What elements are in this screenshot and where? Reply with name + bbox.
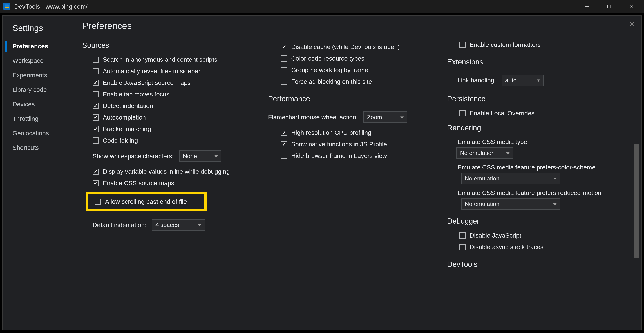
label-var-inline: Display variable values inline while deb… <box>103 168 230 175</box>
label-media-type: Emulate CSS media type <box>458 136 634 147</box>
label-reduced-motion: Emulate CSS media feature prefers-reduce… <box>458 188 634 198</box>
sidebar-item-workspace[interactable]: Workspace <box>2 54 76 68</box>
page-title: Preferences <box>82 20 642 31</box>
label-detect-indent: Detect indentation <box>103 102 153 110</box>
label-high-res-cpu: High resolution CPU profiling <box>291 129 372 136</box>
checkbox-auto-reveal[interactable] <box>92 68 99 74</box>
caret-down-icon <box>400 114 404 120</box>
checkbox-hide-browser-frame[interactable] <box>281 153 287 159</box>
section-rendering-title: Rendering <box>447 124 634 132</box>
sidebar-item-label: Throttling <box>12 115 38 122</box>
sidebar-item-label: Geolocations <box>12 130 49 136</box>
select-link-handling[interactable]: auto <box>502 74 544 86</box>
section-sources-title: Sources <box>82 41 264 50</box>
checkbox-var-inline[interactable] <box>92 168 99 175</box>
select-reduced-motion[interactable]: No emulation <box>461 198 560 210</box>
titlebar-title: DevTools - www.bing.com/ <box>14 3 88 10</box>
select-whitespace[interactable]: None <box>179 150 222 162</box>
sidebar-item-experiments[interactable]: Experiments <box>2 68 76 82</box>
select-media-type-value: No emulation <box>460 150 495 156</box>
sidebar-item-preferences[interactable]: Preferences <box>2 39 76 54</box>
label-local-overrides: Enable Local Overrides <box>470 110 534 117</box>
window-close-button[interactable] <box>620 0 642 13</box>
svg-rect-1 <box>5 7 9 8</box>
label-link-handling: Link handling: <box>458 77 496 84</box>
checkbox-color-code-resources[interactable] <box>281 56 287 62</box>
checkbox-force-adblock[interactable] <box>281 78 287 85</box>
scrollbar-thumb[interactable] <box>634 144 639 258</box>
checkbox-search-anon[interactable] <box>92 56 99 63</box>
settings-sidebar: Settings Preferences Workspace Experimen… <box>2 16 76 330</box>
section-devtools-title: DevTools <box>447 260 634 268</box>
sidebar-item-geolocations[interactable]: Geolocations <box>2 126 76 140</box>
highlighted-option-scroll-past-eof: Allow scrolling past end of file <box>86 192 207 212</box>
checkbox-local-overrides[interactable] <box>459 110 466 116</box>
label-group-by-frame: Group network log by frame <box>291 66 368 74</box>
section-debugger-title: Debugger <box>447 217 634 225</box>
checkbox-disable-async[interactable] <box>459 244 466 250</box>
caret-down-icon <box>537 77 540 84</box>
checkbox-scroll-past-eof[interactable] <box>95 199 101 205</box>
label-disable-js: Disable JavaScript <box>470 232 521 239</box>
window-maximize-button[interactable] <box>598 0 620 13</box>
checkbox-group-by-frame[interactable] <box>281 67 287 73</box>
caret-down-icon <box>553 175 556 182</box>
checkbox-css-sourcemaps[interactable] <box>92 180 99 186</box>
label-js-sourcemaps: Enable JavaScript source maps <box>103 79 190 86</box>
select-reduced-motion-value: No emulation <box>465 201 500 208</box>
label-scroll-past-eof: Allow scrolling past end of file <box>105 198 187 205</box>
select-whitespace-value: None <box>183 153 197 160</box>
sidebar-item-label: Workspace <box>12 57 44 64</box>
select-default-indent[interactable]: 4 spaces <box>152 219 205 230</box>
label-color-code-resources: Color-code resource types <box>291 55 364 62</box>
sidebar-item-label: Shortcuts <box>12 144 39 151</box>
section-extensions-title: Extensions <box>447 58 634 66</box>
caret-down-icon <box>506 150 510 156</box>
select-media-type[interactable]: No emulation <box>456 147 513 158</box>
sidebar-item-library-code[interactable]: Library code <box>2 82 76 97</box>
checkbox-tab-moves-focus[interactable] <box>92 91 99 98</box>
checkbox-bracket-matching[interactable] <box>92 126 99 132</box>
settings-close-button[interactable] <box>628 20 636 28</box>
label-tab-moves-focus: Enable tab moves focus <box>103 91 170 98</box>
label-disable-cache: Disable cache (while DevTools is open) <box>291 43 400 50</box>
checkbox-native-funcs[interactable] <box>281 141 287 148</box>
caret-down-icon <box>553 201 556 208</box>
sidebar-item-label: Experiments <box>12 72 47 78</box>
label-native-funcs: Show native functions in JS Profile <box>291 140 387 148</box>
select-flame-wheel-value: Zoom <box>367 114 382 120</box>
checkbox-custom-formatters[interactable] <box>459 42 466 48</box>
checkbox-autocompletion[interactable] <box>92 114 99 120</box>
window-minimize-button[interactable] <box>576 0 598 13</box>
sidebar-item-throttling[interactable]: Throttling <box>2 112 76 126</box>
checkbox-code-folding[interactable] <box>92 138 99 144</box>
titlebar: DevTools - www.bing.com/ <box>0 0 644 13</box>
checkbox-disable-js[interactable] <box>459 232 466 239</box>
sidebar-item-label: Library code <box>12 86 47 93</box>
checkbox-detect-indent[interactable] <box>92 103 99 109</box>
section-persistence-title: Persistence <box>447 95 634 103</box>
label-disable-async: Disable async stack traces <box>470 244 544 250</box>
label-flame-wheel: Flamechart mouse wheel action: <box>268 114 358 121</box>
select-flame-wheel[interactable]: Zoom <box>363 112 407 123</box>
sidebar-item-label: Preferences <box>12 42 48 50</box>
label-default-indent: Default indentation: <box>92 222 146 228</box>
label-color-scheme: Emulate CSS media feature prefers-color-… <box>458 162 634 173</box>
label-force-adblock: Force ad blocking on this site <box>291 78 372 85</box>
label-css-sourcemaps: Enable CSS source maps <box>103 180 174 187</box>
sidebar-item-label: Devices <box>12 100 35 108</box>
svg-rect-3 <box>608 5 611 8</box>
checkbox-disable-cache[interactable] <box>281 44 287 50</box>
settings-main: Preferences Sources Search in anonymous … <box>76 16 642 330</box>
label-auto-reveal: Automatically reveal files in sidebar <box>103 68 200 75</box>
label-whitespace: Show whitespace characters: <box>92 152 174 160</box>
sidebar-title: Settings <box>2 22 76 39</box>
checkbox-js-sourcemaps[interactable] <box>92 80 99 86</box>
select-link-handling-value: auto <box>505 77 516 84</box>
label-search-anon: Search in anonymous and content scripts <box>103 56 217 63</box>
checkbox-high-res-cpu[interactable] <box>281 130 287 136</box>
select-color-scheme[interactable]: No emulation <box>461 173 560 184</box>
label-autocompletion: Autocompletion <box>103 114 146 121</box>
sidebar-item-devices[interactable]: Devices <box>2 97 76 112</box>
sidebar-item-shortcuts[interactable]: Shortcuts <box>2 140 76 155</box>
